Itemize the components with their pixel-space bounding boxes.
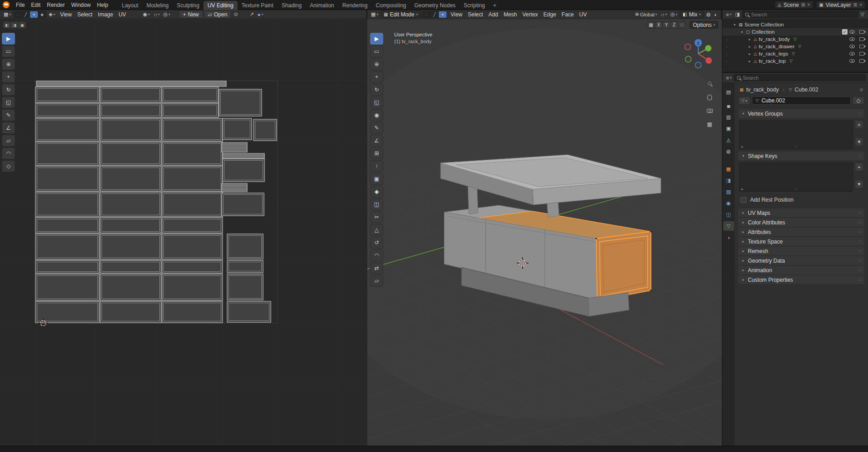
hide-in-viewport-icon[interactable] bbox=[849, 30, 855, 34]
proportional-edit-button[interactable]: ◎▾ bbox=[669, 11, 679, 18]
mirror-icon[interactable]: ▦ bbox=[647, 22, 655, 28]
vp-scale-tool[interactable]: ◱ bbox=[370, 96, 383, 108]
unlink-scene-button[interactable]: × bbox=[807, 2, 810, 7]
properties-tab-physics[interactable]: ◉ bbox=[723, 198, 734, 208]
workspace-tab-shading[interactable]: Shading bbox=[278, 1, 306, 10]
uv-menu-view[interactable]: View bbox=[57, 10, 75, 19]
uv-tweak-tool[interactable]: ▶ bbox=[2, 33, 15, 45]
vp-edge-slide-tool[interactable]: ⇄ bbox=[370, 262, 383, 274]
uv-measure-tool[interactable]: ∠ bbox=[2, 122, 15, 134]
mirror-axis-y[interactable]: Y bbox=[663, 22, 670, 28]
disable-in-render-icon[interactable] bbox=[859, 59, 864, 63]
vp-poly-build-tool[interactable]: △ bbox=[370, 224, 383, 236]
outliner-row-collection[interactable]: ▾▢Collection✓ bbox=[722, 28, 868, 36]
vp-smooth-tool[interactable]: ◠ bbox=[370, 249, 383, 261]
vp-select-box-tool[interactable]: ▭ bbox=[370, 46, 383, 57]
outliner-display-mode-button[interactable]: ◨ bbox=[734, 11, 741, 18]
shape-keys-specials-button[interactable]: ▾ bbox=[855, 180, 863, 188]
uv-select-mode-edge[interactable]: ╱ bbox=[22, 11, 30, 18]
uv-menu-select[interactable]: Select bbox=[75, 10, 95, 19]
snap-grid-icon[interactable]: ∷ bbox=[678, 22, 685, 28]
disclosure-icon[interactable]: ▾ bbox=[740, 30, 744, 34]
menu-file[interactable]: File bbox=[13, 0, 28, 10]
outliner-editor-type-button[interactable]: ≡▾ bbox=[725, 11, 733, 18]
vp-extrude-region-tool[interactable]: ↑ bbox=[370, 160, 383, 172]
uv-rotate-tool[interactable]: ↻ bbox=[2, 84, 15, 96]
open-image-button[interactable]: ▱Open bbox=[204, 10, 232, 18]
workspace-tab-scripting[interactable]: Scripting bbox=[460, 1, 489, 10]
options-dropdown[interactable]: Options▾ bbox=[690, 21, 718, 29]
new-scene-button[interactable]: ⊞ bbox=[801, 2, 805, 7]
shape-keys-list[interactable]: ▸∷ bbox=[739, 163, 853, 192]
disclosure-icon[interactable]: ▸ bbox=[747, 45, 752, 49]
camera-view-button[interactable] bbox=[705, 106, 715, 116]
vp-measure-tool[interactable]: ∠ bbox=[370, 135, 383, 147]
disable-in-render-icon[interactable] bbox=[859, 30, 864, 34]
properties-tab-output[interactable]: ▥ bbox=[723, 112, 734, 122]
mirror-axis-z[interactable]: Z bbox=[670, 22, 678, 28]
pan-tool-button[interactable] bbox=[705, 92, 715, 102]
zoom-tool-button[interactable] bbox=[705, 78, 715, 88]
mode-dropdown[interactable]: ▦Edit Mode▾ bbox=[381, 10, 421, 18]
uv-canvas[interactable] bbox=[0, 19, 367, 446]
disclosure-icon[interactable]: ▸ bbox=[747, 37, 752, 41]
panel-header-texture-space[interactable]: ▸Texture Space∷ bbox=[738, 237, 864, 246]
breadcrumb-object[interactable]: tv_rack_body bbox=[746, 86, 779, 93]
menu-edit[interactable]: Edit bbox=[28, 0, 44, 10]
properties-tab-object[interactable]: ▦ bbox=[723, 164, 734, 174]
properties-tab-render[interactable]: ◙ bbox=[723, 101, 734, 111]
uv-overlay-toggle-button[interactable]: ●▾ bbox=[256, 11, 264, 18]
vp-annotate-tool[interactable]: ✎ bbox=[370, 122, 383, 134]
viewport-menu-select[interactable]: Select bbox=[465, 10, 486, 19]
add-rest-position-checkbox[interactable] bbox=[741, 197, 746, 203]
vp-transform-tool[interactable]: ◉ bbox=[370, 109, 383, 121]
vp-shear-tool[interactable]: ▱ bbox=[370, 275, 383, 287]
workspace-tab-sculpting[interactable]: Sculpting bbox=[173, 1, 203, 10]
mesh-name-field[interactable]: ▽ Cube.002 bbox=[752, 96, 851, 105]
uv-relax-tool[interactable]: ◇ bbox=[2, 160, 15, 172]
panel-header-geometry-data[interactable]: ▸Geometry Data∷ bbox=[738, 256, 864, 265]
uv-sticky-mode-button[interactable]: ◈▾ bbox=[47, 11, 56, 18]
new-viewlayer-button[interactable]: ⊞ bbox=[853, 2, 857, 7]
viewlayer-selector[interactable]: ▣ ViewLayer ⊞ × bbox=[816, 1, 866, 9]
uv-gizmo-toggle-button[interactable]: ↗ bbox=[249, 11, 255, 18]
hide-in-viewport-icon[interactable] bbox=[849, 59, 855, 63]
uv-select-box-tool[interactable]: ▭ bbox=[2, 46, 15, 57]
uv-select-mode-face[interactable]: ▪ bbox=[30, 11, 38, 18]
properties-search[interactable] bbox=[734, 74, 866, 81]
axis-z-negative[interactable] bbox=[695, 62, 701, 68]
workspace-tab-modeling[interactable]: Modeling bbox=[142, 1, 173, 10]
collection-checkbox[interactable]: ✓ bbox=[842, 29, 848, 35]
mesh-select-mode-edge[interactable]: ╱ bbox=[431, 11, 438, 18]
uv-select-mode-island[interactable]: ◈ bbox=[38, 11, 46, 18]
disable-in-render-icon[interactable] bbox=[859, 52, 864, 56]
workspace-tab-animation[interactable]: Animation bbox=[306, 1, 338, 10]
vp-bevel-tool[interactable]: ◆ bbox=[370, 186, 383, 198]
disclosure-icon[interactable]: ▸ bbox=[747, 59, 752, 63]
navigation-gizmo[interactable]: Z bbox=[681, 36, 716, 70]
uv-editor-type-button[interactable]: ▦▾ bbox=[2, 11, 12, 18]
mesh-select-mode-face[interactable]: ▪ bbox=[439, 11, 447, 18]
menu-window[interactable]: Window bbox=[68, 0, 94, 10]
outliner-row-tv-rack-legs[interactable]: ∙▸△tv_rack_legs▽ bbox=[722, 50, 868, 57]
properties-tab-particles[interactable]: ▨ bbox=[723, 187, 734, 197]
remove-viewlayer-button[interactable]: × bbox=[859, 2, 862, 7]
uv-menu-image[interactable]: Image bbox=[95, 10, 116, 19]
breadcrumb-data[interactable]: Cube.002 bbox=[795, 86, 818, 93]
panel-header-shape-keys[interactable]: ▾Shape Keys∷ bbox=[738, 152, 864, 160]
outliner-row-tv-rack-top[interactable]: ∙▸△tv_rack_top▽ bbox=[722, 57, 868, 65]
uv-mini-toggle-2[interactable]: ◨ bbox=[11, 22, 18, 28]
outliner-search[interactable] bbox=[742, 11, 858, 18]
vp-add-cube-tool[interactable]: ⊞ bbox=[370, 147, 383, 159]
fake-user-toggle[interactable]: ◇ bbox=[853, 96, 864, 105]
workspace-tab-layout[interactable]: Layout bbox=[118, 1, 142, 10]
snap-magnet-button[interactable]: ∩▾ bbox=[660, 11, 668, 18]
shading-mode-button[interactable]: ◐ bbox=[713, 11, 719, 18]
pin-id-icon[interactable]: ⊙ bbox=[859, 87, 863, 92]
viewport-menu-vertex[interactable]: Vertex bbox=[520, 10, 541, 19]
hide-in-viewport-icon[interactable] bbox=[849, 52, 855, 56]
uv-snap-button[interactable]: ∩▾ bbox=[152, 11, 161, 18]
disclosure-icon[interactable]: ▾ bbox=[732, 23, 737, 27]
panel-header-color-attributes[interactable]: ▸Color Attributes∷ bbox=[738, 218, 864, 227]
uv-annotate-tool[interactable]: ✎ bbox=[2, 109, 15, 121]
